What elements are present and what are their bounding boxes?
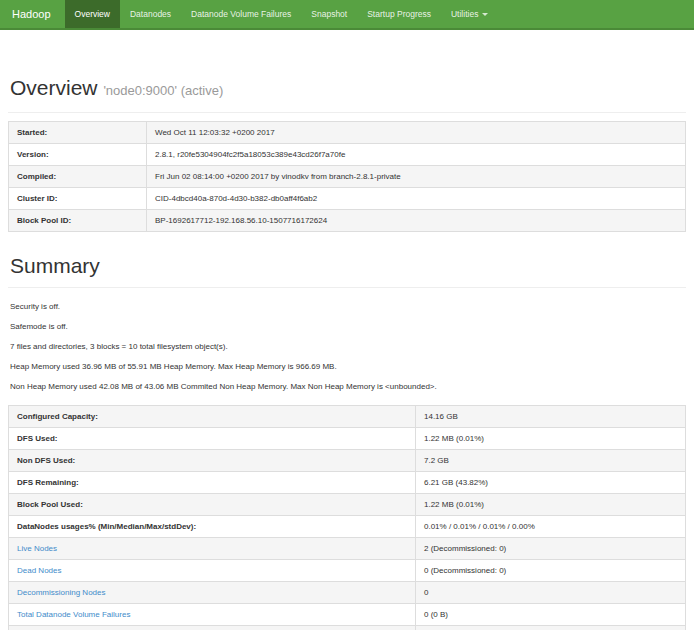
overview-header: Overview 'node0:9000' (active) [8, 76, 686, 113]
row-label: Dead Nodes [9, 560, 416, 582]
row-label: DFS Remaining: [9, 472, 416, 494]
summary-header: Summary [8, 254, 686, 288]
nav-item-startup-progress[interactable]: Startup Progress [357, 0, 441, 28]
row-label: DFS Used: [9, 428, 416, 450]
row-label: Configured Capacity: [9, 406, 416, 428]
row-label: Compiled: [9, 166, 147, 188]
table-row: Total Datanode Volume Failures 0 (0 B) [9, 604, 686, 626]
table-row: Cluster ID: CID-4dbcd40a-870d-4d30-b382-… [9, 188, 686, 210]
safemode-status-text: Safemode is off. [10, 322, 686, 331]
heap-memory-text: Heap Memory used 36.96 MB of 55.91 MB He… [10, 362, 686, 371]
summary-table: Configured Capacity: 14.16 GB DFS Used: … [8, 405, 686, 630]
summary-title: Summary [10, 254, 686, 278]
nav-item-datanode-volume-failures[interactable]: Datanode Volume Failures [181, 0, 301, 28]
table-row: DFS Used: 1.22 MB (0.01%) [9, 428, 686, 450]
nav-item-utilities-dropdown[interactable]: Utilities [441, 0, 498, 28]
main-content: Overview 'node0:9000' (active) Started: … [0, 76, 694, 630]
row-label: Block Pool ID: [9, 210, 147, 232]
row-value: Fri Jun 02 08:14:00 +0200 2017 by vinodk… [147, 166, 686, 188]
total-datanode-volume-failures-link[interactable]: Total Datanode Volume Failures [17, 610, 130, 619]
namenode-address-subtitle: 'node0:9000' (active) [103, 83, 223, 98]
row-label: Cluster ID: [9, 188, 147, 210]
row-value: 2.8.1, r20fe5304904fc2f5a18053c389e43cd2… [147, 144, 686, 166]
row-label: Total Datanode Volume Failures [9, 604, 416, 626]
dead-nodes-link[interactable]: Dead Nodes [17, 566, 61, 575]
row-value: 0 [416, 626, 686, 630]
row-value: 0 (0 B) [416, 604, 686, 626]
table-row: Compiled: Fri Jun 02 08:14:00 +0200 2017… [9, 166, 686, 188]
row-label: Version: [9, 144, 147, 166]
table-row: Dead Nodes 0 (Decommissioned: 0) [9, 560, 686, 582]
row-label: DataNodes usages% (Min/Median/Max/stdDev… [9, 516, 416, 538]
table-row: Decommissioning Nodes 0 [9, 582, 686, 604]
table-row: Block Pool Used: 1.22 MB (0.01%) [9, 494, 686, 516]
filesystem-objects-text: 7 files and directories, 3 blocks = 10 t… [10, 342, 686, 351]
row-label: Number of Under-Replicated Blocks [9, 626, 416, 630]
row-label: Started: [9, 122, 147, 144]
table-row: Version: 2.8.1, r20fe5304904fc2f5a18053c… [9, 144, 686, 166]
row-label: Live Nodes [9, 538, 416, 560]
nav-item-overview[interactable]: Overview [65, 0, 120, 28]
row-value: 1.22 MB (0.01%) [416, 428, 686, 450]
table-row: Configured Capacity: 14.16 GB [9, 406, 686, 428]
table-row: DFS Remaining: 6.21 GB (43.82%) [9, 472, 686, 494]
nav-item-utilities-label: Utilities [451, 9, 478, 19]
table-row: Live Nodes 2 (Decommissioned: 0) [9, 538, 686, 560]
chevron-down-icon [482, 13, 488, 16]
live-nodes-link[interactable]: Live Nodes [17, 544, 57, 553]
row-label: Non DFS Used: [9, 450, 416, 472]
navbar-brand[interactable]: Hadoop [0, 0, 65, 28]
overview-table: Started: Wed Oct 11 12:03:32 +0200 2017 … [8, 121, 686, 232]
table-row: Block Pool ID: BP-1692617712-192.168.56.… [9, 210, 686, 232]
page-title: Overview 'node0:9000' (active) [10, 76, 686, 103]
row-value: 7.2 GB [416, 450, 686, 472]
table-row: Non DFS Used: 7.2 GB [9, 450, 686, 472]
table-row: DataNodes usages% (Min/Median/Max/stdDev… [9, 516, 686, 538]
table-row: Number of Under-Replicated Blocks 0 [9, 626, 686, 630]
row-value: 0.01% / 0.01% / 0.01% / 0.00% [416, 516, 686, 538]
table-row: Started: Wed Oct 11 12:03:32 +0200 2017 [9, 122, 686, 144]
row-value: 6.21 GB (43.82%) [416, 472, 686, 494]
nav-item-snapshot[interactable]: Snapshot [301, 0, 357, 28]
security-status-text: Security is off. [10, 302, 686, 311]
non-heap-memory-text: Non Heap Memory used 42.08 MB of 43.06 M… [10, 382, 686, 391]
nav-item-datanodes[interactable]: Datanodes [120, 0, 181, 28]
navbar-menu: Overview Datanodes Datanode Volume Failu… [65, 0, 499, 28]
row-label: Block Pool Used: [9, 494, 416, 516]
row-value: CID-4dbcd40a-870d-4d30-b382-db0aff4f6ab2 [147, 188, 686, 210]
row-value: 0 [416, 582, 686, 604]
navbar: Hadoop Overview Datanodes Datanode Volum… [0, 0, 694, 30]
row-value: 0 (Decommissioned: 0) [416, 560, 686, 582]
row-value: 2 (Decommissioned: 0) [416, 538, 686, 560]
row-value: 14.16 GB [416, 406, 686, 428]
overview-title: Overview [10, 76, 98, 99]
decommissioning-nodes-link[interactable]: Decommissioning Nodes [17, 588, 105, 597]
row-label: Decommissioning Nodes [9, 582, 416, 604]
summary-status-lines: Security is off. Safemode is off. 7 file… [8, 302, 686, 391]
row-value: BP-1692617712-192.168.56.10-150771617262… [147, 210, 686, 232]
row-value: Wed Oct 11 12:03:32 +0200 2017 [147, 122, 686, 144]
row-value: 1.22 MB (0.01%) [416, 494, 686, 516]
